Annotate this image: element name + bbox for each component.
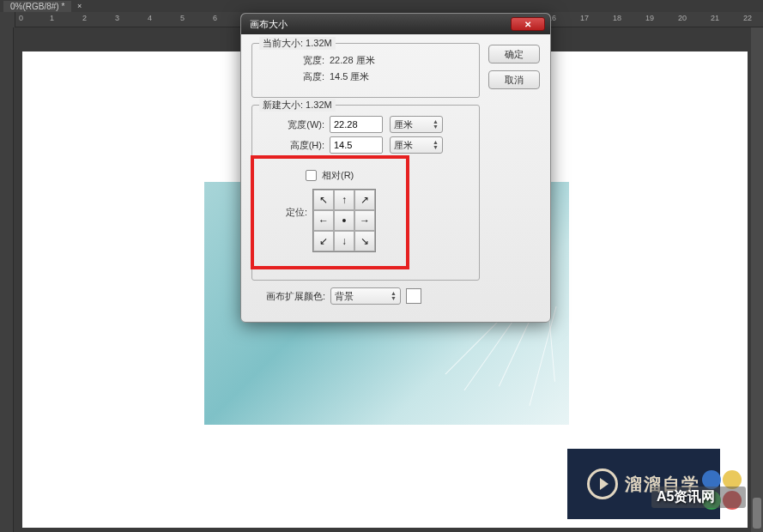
- dialog-titlebar[interactable]: 画布大小 ✕: [241, 14, 550, 34]
- canvas-size-dialog: 画布大小 ✕ 当前大小: 1.32M 宽度: 22.28 厘米 高度: 14.5…: [240, 13, 551, 323]
- current-size-legend: 当前大小: 1.32M: [259, 37, 336, 50]
- current-height-value: 14.5 厘米: [330, 70, 369, 83]
- anchor-center[interactable]: •: [334, 210, 354, 231]
- ruler-mark: 0: [19, 14, 23, 22]
- ruler-corner: [0, 12, 15, 27]
- vertical-scrollbar[interactable]: [751, 27, 763, 532]
- dialog-title: 画布大小: [250, 18, 288, 31]
- extension-color-select[interactable]: 背景 ▲▼: [330, 287, 401, 305]
- relative-checkbox[interactable]: [306, 170, 317, 181]
- close-button[interactable]: ✕: [511, 17, 545, 31]
- current-width-value: 22.28 厘米: [330, 54, 375, 67]
- extension-color-value: 背景: [335, 290, 354, 303]
- tab-close-icon[interactable]: ×: [77, 2, 82, 10]
- ruler-mark: 2: [82, 14, 87, 22]
- select-arrows-icon: ▲▼: [433, 140, 439, 150]
- ruler-mark: 4: [148, 14, 152, 22]
- ruler-mark: 21: [711, 14, 719, 22]
- tab-bar: 0%(RGB/8#) * ×: [0, 0, 763, 12]
- new-size-group: 新建大小: 1.32M 宽度(W): 厘米 ▲▼ 高度(H): 厘米 ▲▼: [251, 105, 480, 281]
- current-height-label: 高度:: [261, 70, 330, 83]
- width-unit-select[interactable]: 厘米 ▲▼: [390, 116, 443, 133]
- height-input[interactable]: [330, 136, 383, 154]
- scrollbar-thumb[interactable]: [753, 498, 761, 529]
- anchor-bottom-right[interactable]: ↘: [354, 231, 375, 251]
- tab-label: 0%(RGB/8#) *: [10, 2, 64, 11]
- ruler-mark: 6: [213, 14, 217, 22]
- vertical-ruler: [0, 27, 14, 532]
- anchor-top-left[interactable]: ↖: [313, 190, 334, 210]
- ruler-mark: 1: [50, 14, 54, 22]
- ruler-mark: 22: [743, 14, 752, 22]
- color-swatch[interactable]: [406, 288, 421, 304]
- cancel-button[interactable]: 取消: [488, 70, 540, 89]
- anchor-label: 定位:: [280, 185, 312, 219]
- anchor-right[interactable]: →: [354, 210, 375, 231]
- current-width-label: 宽度:: [261, 54, 330, 67]
- unit-label: 厘米: [394, 118, 413, 131]
- height-unit-select[interactable]: 厘米 ▲▼: [390, 136, 443, 154]
- ruler-mark: 18: [613, 14, 621, 22]
- play-icon: [587, 469, 618, 499]
- new-width-label: 宽度(W):: [261, 118, 330, 131]
- select-arrows-icon: ▲▼: [433, 119, 439, 130]
- ruler-mark: 3: [115, 14, 119, 22]
- ruler-mark: 17: [580, 14, 589, 22]
- anchor-grid: ↖ ↑ ↗ ← • → ↙ ↓ ↘: [312, 189, 376, 252]
- anchor-top-right[interactable]: ↗: [354, 190, 375, 210]
- width-input[interactable]: [330, 116, 383, 133]
- select-arrows-icon: ▲▼: [391, 291, 397, 301]
- relative-label: 相对(R): [322, 169, 354, 182]
- anchor-bottom[interactable]: ↓: [334, 231, 354, 251]
- site-watermark: A5资讯网: [651, 487, 746, 508]
- ok-button[interactable]: 确定: [488, 45, 540, 63]
- new-size-legend: 新建大小: 1.32M: [259, 99, 336, 112]
- anchor-left[interactable]: ←: [313, 210, 334, 231]
- new-height-label: 高度(H):: [261, 139, 330, 152]
- ruler-mark: 19: [645, 14, 654, 22]
- ruler-mark: 5: [180, 14, 185, 22]
- anchor-top[interactable]: ↑: [334, 190, 354, 210]
- ruler-mark: 20: [678, 14, 687, 22]
- close-icon: ✕: [524, 20, 531, 29]
- anchor-bottom-left[interactable]: ↙: [313, 231, 334, 251]
- current-size-group: 当前大小: 1.32M 宽度: 22.28 厘米 高度: 14.5 厘米: [251, 43, 480, 98]
- watermark-badge: 溜溜自学: [567, 449, 720, 519]
- extension-color-label: 画布扩展颜色:: [251, 290, 330, 303]
- unit-label: 厘米: [394, 139, 413, 152]
- anchor-highlight-annotation: 相对(R) 定位: ↖ ↑ ↗ ← • → ↙ ↓ ↘: [251, 155, 409, 269]
- document-tab[interactable]: 0%(RGB/8#) * ×: [3, 1, 71, 12]
